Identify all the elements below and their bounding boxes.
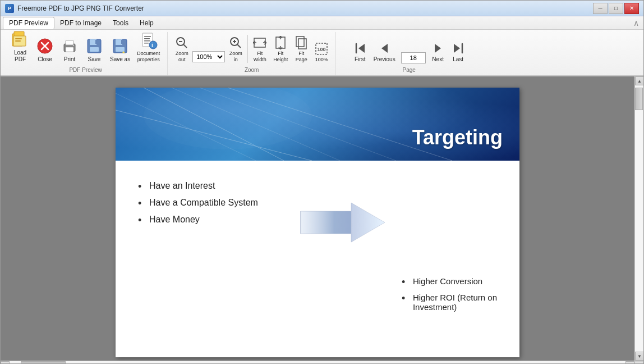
svg-rect-22 [144, 36, 151, 37]
maximize-button[interactable]: □ [609, 3, 623, 14]
fit-width-label: FitWidth [254, 51, 266, 63]
save-button[interactable]: Save [82, 33, 106, 65]
fit-height-button[interactable]: FitHeight [270, 33, 291, 65]
ribbon-group-pdf-preview: LoadPDF Close [4, 32, 168, 75]
minimize-button[interactable]: ─ [593, 3, 608, 14]
document-properties-button[interactable]: i Documentproperties [134, 33, 163, 65]
menu-item-tools[interactable]: Tools [107, 17, 134, 29]
menu-item-pdf-preview[interactable]: PDF Preview [3, 17, 54, 29]
next-label: Next [432, 56, 444, 63]
svg-line-34 [237, 44, 241, 48]
close-window-button[interactable]: ✕ [624, 3, 639, 14]
menu-bar: PDF Preview PDF to Image Tools Help ∧ [1, 16, 643, 30]
svg-rect-25 [144, 43, 149, 44]
page-input-group [399, 33, 427, 65]
close-icon [36, 37, 54, 55]
svg-rect-9 [66, 47, 73, 52]
svg-rect-11 [73, 45, 74, 46]
title-bar-left: P Freemore PDF to JPG PNG TIF Converter [5, 4, 144, 13]
zoom-in-label: Zoomin [229, 51, 242, 63]
zoom-group-label: Zoom [245, 67, 259, 74]
load-pdf-label: LoadPDF [14, 49, 26, 63]
svg-rect-3 [15, 38, 22, 39]
document-properties-icon: i [140, 31, 158, 49]
slide-body: Have an Interest Have a Compatible Syste… [116, 161, 519, 357]
fit-width-icon [253, 36, 266, 49]
zoom-select[interactable]: 100% 50% 75% 125% 150% 200% [192, 51, 225, 62]
zoom-buttons: Zoomout 100% 50% 75% 125% 150% 200% [172, 33, 331, 65]
vertical-scrollbar: ▲ ▼ [634, 76, 643, 361]
zoom-input-group: 100% 50% 75% 125% 150% 200% [192, 33, 225, 65]
first-label: First [355, 56, 365, 63]
scroll-thumb[interactable] [635, 88, 643, 110]
svg-rect-41 [296, 37, 304, 47]
h-scroll-thumb[interactable] [21, 361, 66, 365]
svg-line-30 [183, 44, 187, 48]
title-bar-title: Freemore PDF to JPG PNG TIF Converter [17, 4, 144, 12]
zoom-out-icon [175, 36, 188, 49]
save-icon [85, 37, 103, 55]
main-area: Targeting Have an Interest Have a Compat… [1, 76, 643, 361]
zoom-in-button[interactable]: Zoomin [226, 33, 245, 65]
zoom-out-button[interactable]: Zoomout [172, 33, 191, 65]
arrow-graphic [295, 189, 407, 256]
scroll-left-button[interactable]: ◀ [1, 361, 10, 365]
last-label: Last [453, 56, 463, 63]
save-as-button[interactable]: + Save as [107, 33, 133, 65]
document-properties-label: Documentproperties [137, 51, 160, 63]
svg-point-53 [144, 88, 312, 149]
print-icon [61, 37, 79, 55]
zoom-100-icon: 100 [315, 42, 328, 56]
load-pdf-button[interactable]: LoadPDF [8, 33, 32, 65]
svg-marker-55 [351, 203, 385, 242]
slide-header: Targeting [116, 88, 519, 161]
scroll-corner [634, 361, 643, 365]
svg-text:100: 100 [318, 47, 326, 52]
first-icon [353, 42, 367, 55]
bottom-decoration [441, 335, 486, 357]
horizontal-scrollbar: ◀ ▶ [1, 361, 643, 364]
first-button[interactable]: First [351, 33, 370, 65]
scroll-track[interactable] [635, 85, 643, 352]
h-scroll-track[interactable] [10, 361, 625, 365]
last-button[interactable]: Last [449, 33, 468, 65]
slide-title: Targeting [412, 126, 503, 149]
fit-height-icon [274, 36, 287, 49]
scroll-right-button[interactable]: ▶ [625, 361, 634, 365]
ribbon-group-zoom: Zoomout 100% 50% 75% 125% 150% 200% [168, 32, 336, 75]
fit-page-icon [295, 36, 308, 49]
menu-item-pdf-to-image[interactable]: PDF to Image [54, 17, 107, 29]
scroll-down-button[interactable]: ▼ [635, 352, 643, 361]
menu-bar-collapse[interactable]: ∧ [633, 19, 641, 28]
menu-item-help[interactable]: Help [134, 17, 159, 29]
svg-rect-42 [298, 39, 306, 49]
fit-width-button[interactable]: FitWidth [250, 33, 269, 65]
svg-point-26 [149, 41, 157, 49]
next-icon [431, 42, 445, 55]
last-icon [452, 42, 465, 55]
right-bullet-item-1: Higher Conversion [402, 273, 497, 289]
svg-rect-24 [144, 40, 150, 42]
pdf-canvas-area[interactable]: Targeting Have an Interest Have a Compat… [1, 76, 634, 361]
zoom-out-label: Zoomout [176, 51, 188, 63]
close-label: Close [38, 56, 52, 63]
previous-button[interactable]: Previous [371, 33, 398, 65]
close-button[interactable]: Close [33, 33, 57, 65]
zoom-100-label: 100% [315, 57, 328, 63]
page-number-input[interactable] [401, 52, 426, 63]
title-bar: P Freemore PDF to JPG PNG TIF Converter … [1, 1, 643, 16]
print-button[interactable]: Print [58, 33, 81, 65]
scroll-up-button[interactable]: ▲ [635, 76, 643, 85]
zoom-100-button[interactable]: 100 100% [312, 33, 331, 65]
next-button[interactable]: Next [429, 33, 448, 65]
right-bullet-item-2: Higher ROI (Return onInvestment) [402, 289, 497, 315]
pdf-preview-buttons: LoadPDF Close [8, 33, 163, 65]
svg-rect-14 [90, 47, 99, 52]
fit-height-label: FitHeight [273, 51, 288, 63]
page-group-label: Page [403, 67, 416, 74]
fit-page-label: FitPage [296, 51, 307, 63]
app-icon: P [5, 4, 14, 13]
svg-rect-4 [15, 40, 21, 42]
svg-rect-19 [121, 40, 123, 44]
fit-page-button[interactable]: FitPage [292, 33, 311, 65]
